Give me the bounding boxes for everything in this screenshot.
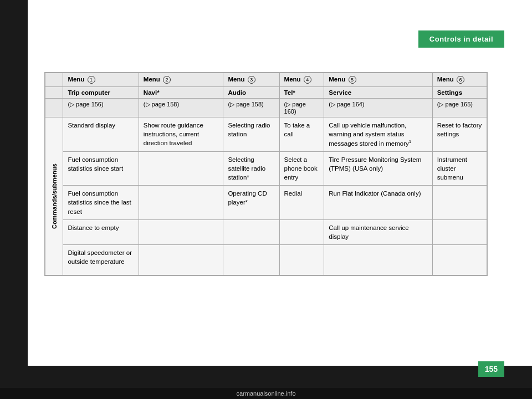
pageref1: (▷ page 156)	[63, 99, 139, 117]
watermark-text: carmanualsonline.info	[236, 390, 295, 397]
col3-item1: Selecting radio station	[223, 117, 279, 152]
col3-item1-text: Selecting radio station	[228, 122, 270, 137]
col3-item2: Selecting satellite radio station*	[223, 152, 279, 186]
col6-item1-text: Reset to factory settings	[437, 122, 482, 137]
page-number: 155	[478, 361, 504, 377]
submenu6-name: Settings	[432, 87, 487, 99]
menu2-label: Menu 2	[144, 76, 171, 83]
menu2-header: Menu 2	[139, 73, 223, 87]
commands-submenus-label: Commands/submenus	[45, 117, 63, 275]
table-row: Fuel consumption statistics since the la…	[45, 186, 487, 219]
col4-item4	[279, 219, 324, 244]
submenu1-name: Trip computer	[63, 87, 139, 99]
col2-item1-text: Show route guidance instructions, curren…	[144, 122, 203, 146]
col5-item1: Call up vehicle malfunction, warning and…	[324, 117, 432, 152]
col1-item2: Fuel consumption statistics since start	[63, 152, 139, 186]
col5-item5	[324, 244, 432, 275]
header-title: Controls in detail	[429, 35, 493, 43]
col5-item3-text: Run Flat Indicator (Canada only)	[329, 190, 421, 197]
table-row: Distance to empty Call up maintenance se…	[45, 219, 487, 244]
col1-item4-text: Distance to empty	[68, 224, 119, 231]
table-row: Commands/submenus Standard display Show …	[45, 117, 487, 152]
col1-item1: Standard display	[63, 117, 139, 152]
col1-item2-text: Fuel consumption statistics since start	[68, 156, 123, 172]
col6-item2-text: Instrument cluster submenu	[437, 156, 467, 181]
menu4-label: Menu 4	[284, 76, 311, 83]
col5-item3: Run Flat Indicator (Canada only)	[324, 186, 432, 219]
col2-item4	[139, 219, 223, 244]
menu1-label: Menu 1	[68, 76, 95, 83]
col4-item3: Redial	[279, 186, 324, 219]
col5-item4: Call up maintenance service display	[324, 219, 432, 244]
col6-item5	[432, 244, 487, 275]
rotated-subheader-cell	[45, 87, 63, 99]
menu-table: Menu 1 Menu 2 Menu 3 Menu 4 Menu 5 Menu …	[45, 73, 487, 275]
pageref5: (▷ page 164)	[324, 99, 432, 117]
col5-item1-text: Call up vehicle malfunction, warning and…	[329, 122, 411, 147]
col1-item3-text: Fuel consumption statistics since the la…	[68, 190, 131, 214]
col5-item4-text: Call up maintenance service display	[329, 224, 408, 240]
col3-item3: Operating CD player*	[223, 186, 279, 219]
menu5-header: Menu 5	[324, 73, 432, 87]
menu5-label: Menu 5	[329, 76, 356, 83]
submenu4-name: Tel*	[279, 87, 324, 99]
menu1-header: Menu 1	[63, 73, 139, 87]
col6-item1: Reset to factory settings	[432, 117, 487, 152]
menu6-header: Menu 6	[432, 73, 487, 87]
section-header: Controls in detail	[418, 30, 504, 48]
col6-item2: Instrument cluster submenu	[432, 152, 487, 186]
col5-item2-text: Tire Pressure Monitoring System (TPMS) (…	[329, 156, 421, 172]
col1-item5: Digital speedometer or outside temperatu…	[63, 244, 139, 275]
col4-item1: To take a call	[279, 117, 324, 152]
col2-item2	[139, 152, 223, 186]
col4-item3-text: Redial	[284, 190, 303, 197]
pageref6: (▷ page 165)	[432, 99, 487, 117]
col2-item3	[139, 186, 223, 219]
col1-item1-text: Standard display	[68, 122, 115, 129]
table-subheader-row: Trip computer Navi* Audio Tel* Service S…	[45, 87, 487, 99]
col6-item4	[432, 219, 487, 244]
rotated-header-cell	[45, 73, 63, 87]
col4-item5	[279, 244, 324, 275]
col6-item3	[432, 186, 487, 219]
col1-item4: Distance to empty	[63, 219, 139, 244]
menu4-header: Menu 4	[279, 73, 324, 87]
col2-item5	[139, 244, 223, 275]
table-pageref-row: (▷ page 156) (▷ page 158) (▷ page 158) (…	[45, 99, 487, 117]
menu3-label: Menu 3	[228, 76, 255, 83]
submenu5-name: Service	[324, 87, 432, 99]
col3-item5	[223, 244, 279, 275]
table-row: Fuel consumption statistics since start …	[45, 152, 487, 186]
main-table-container: Menu 1 Menu 2 Menu 3 Menu 4 Menu 5 Menu …	[44, 72, 488, 276]
submenu2-name: Navi*	[139, 87, 223, 99]
table-row: Digital speedometer or outside temperatu…	[45, 244, 487, 275]
col3-item4	[223, 219, 279, 244]
menu6-label: Menu 6	[437, 76, 464, 83]
pageref2: (▷ page 158)	[139, 99, 223, 117]
page-number-text: 155	[485, 365, 498, 374]
col1-item5-text: Digital speedometer or outside temperatu…	[68, 249, 132, 265]
col3-item3-text: Operating CD player*	[228, 190, 267, 206]
submenu3-name: Audio	[223, 87, 279, 99]
table-header-row: Menu 1 Menu 2 Menu 3 Menu 4 Menu 5 Menu …	[45, 73, 487, 87]
menu3-header: Menu 3	[223, 73, 279, 87]
col3-item2-text: Selecting satellite radio station*	[228, 156, 265, 181]
col4-item2-text: Select a phone book entry	[284, 156, 318, 181]
pageref3: (▷ page 158)	[223, 99, 279, 117]
rotated-pageref-cell	[45, 99, 63, 117]
col5-item2: Tire Pressure Monitoring System (TPMS) (…	[324, 152, 432, 186]
watermark: carmanualsonline.info	[0, 388, 532, 399]
col4-item2: Select a phone book entry	[279, 152, 324, 186]
col1-item3: Fuel consumption statistics since the la…	[63, 186, 139, 219]
col2-item1: Show route guidance instructions, curren…	[139, 117, 223, 152]
pageref4: (▷ page 160)	[279, 99, 324, 117]
col4-item1-text: To take a call	[284, 122, 310, 137]
